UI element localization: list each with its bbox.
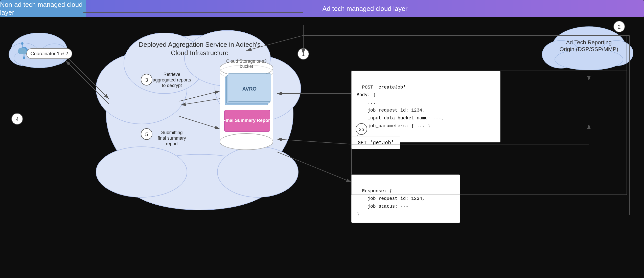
svg-point-11 bbox=[555, 49, 623, 70]
svg-point-5 bbox=[21, 47, 27, 52]
diagram-svg: 1 2 2b 3 4 5 Coordinator 1 & 2 Deployed … bbox=[0, 0, 644, 278]
svg-text:Submitting: Submitting bbox=[161, 130, 182, 135]
svg-rect-61 bbox=[27, 49, 72, 59]
svg-rect-26 bbox=[228, 74, 271, 101]
ad-label: Ad tech managed cloud layer bbox=[323, 5, 408, 13]
svg-point-22 bbox=[220, 134, 273, 150]
svg-text:Retrieve: Retrieve bbox=[163, 72, 180, 77]
adtech-cloud bbox=[542, 27, 633, 70]
response-content: Response: { job_request_id: 1234, job_st… bbox=[357, 188, 425, 217]
header-container: Non-ad tech managed cloud layer Ad tech … bbox=[0, 0, 644, 17]
svg-rect-20 bbox=[220, 68, 273, 142]
svg-point-19 bbox=[217, 147, 298, 197]
svg-line-39 bbox=[277, 139, 351, 144]
svg-point-10 bbox=[600, 40, 633, 66]
svg-point-14 bbox=[215, 56, 301, 121]
svg-point-64 bbox=[18, 50, 22, 54]
svg-text:Deployed Aggregation Service i: Deployed Aggregation Service in Adtech's bbox=[139, 41, 261, 48]
svg-text:AVRO: AVRO bbox=[242, 86, 257, 92]
svg-line-38 bbox=[179, 116, 220, 129]
get-job-box: GET 'getJob' bbox=[351, 137, 400, 149]
svg-point-9 bbox=[542, 40, 580, 68]
svg-line-34 bbox=[179, 91, 220, 101]
svg-line-28 bbox=[246, 35, 303, 51]
svg-text:report: report bbox=[166, 141, 178, 146]
svg-text:1: 1 bbox=[302, 51, 305, 57]
svg-point-63 bbox=[18, 48, 26, 54]
svg-point-65 bbox=[22, 50, 27, 54]
svg-point-55 bbox=[141, 74, 152, 85]
svg-text:Coordinator 1 & 2: Coordinator 1 & 2 bbox=[31, 51, 68, 56]
svg-text:Ad Tech Reporting: Ad Tech Reporting bbox=[566, 39, 612, 46]
svg-line-35 bbox=[181, 99, 220, 105]
svg-rect-25 bbox=[226, 75, 269, 103]
post-code-content: POST 'createJob' Body: { .... job_reques… bbox=[357, 85, 444, 136]
svg-point-23 bbox=[220, 65, 273, 79]
svg-point-18 bbox=[96, 147, 187, 197]
svg-point-51 bbox=[614, 21, 625, 32]
post-create-job-box: POST 'createJob' Body: { .... job_reques… bbox=[351, 71, 500, 142]
svg-text:Origin (DSP/SSP/MMP): Origin (DSP/SSP/MMP) bbox=[560, 46, 618, 52]
svg-line-36 bbox=[68, 58, 109, 99]
svg-text:final summary: final summary bbox=[158, 136, 186, 141]
svg-rect-27 bbox=[224, 110, 270, 132]
svg-text:3: 3 bbox=[145, 77, 148, 83]
svg-text:aggregated reports: aggregated reports bbox=[153, 77, 191, 82]
svg-point-49 bbox=[298, 48, 309, 59]
svg-rect-24 bbox=[225, 77, 268, 105]
svg-rect-66 bbox=[20, 52, 25, 54]
response-box: Response: { job_request_id: 1234, job_st… bbox=[351, 175, 460, 223]
svg-point-17 bbox=[126, 154, 273, 210]
get-job-content: GET 'getJob' bbox=[358, 140, 394, 146]
svg-text:5: 5 bbox=[145, 132, 148, 137]
svg-point-4 bbox=[20, 47, 28, 54]
svg-text:4: 4 bbox=[16, 116, 18, 122]
svg-point-8 bbox=[552, 27, 626, 67]
svg-text:to decrypt: to decrypt bbox=[162, 83, 182, 88]
svg-line-42 bbox=[277, 152, 351, 182]
svg-text:Cloud Infrastructure: Cloud Infrastructure bbox=[171, 49, 228, 57]
coordinator-cloud bbox=[9, 33, 68, 68]
svg-text:Cloud Storage or s3: Cloud Storage or s3 bbox=[226, 59, 267, 64]
svg-point-21 bbox=[220, 60, 273, 76]
svg-text:2: 2 bbox=[618, 24, 620, 30]
svg-point-16 bbox=[185, 30, 270, 86]
svg-point-1 bbox=[9, 43, 39, 66]
svg-point-3 bbox=[14, 49, 64, 68]
svg-text:bucket: bucket bbox=[240, 64, 253, 69]
svg-point-59 bbox=[141, 129, 152, 140]
svg-point-68 bbox=[21, 42, 24, 45]
svg-point-7 bbox=[23, 56, 25, 59]
ad-header: Ad tech managed cloud layer bbox=[86, 0, 644, 17]
svg-point-15 bbox=[124, 33, 205, 94]
svg-point-2 bbox=[40, 44, 68, 65]
svg-text:Final Summary Report: Final Summary Report bbox=[223, 118, 271, 123]
svg-point-0 bbox=[11, 33, 67, 66]
worker-text: Aggregation Worker (TEE instance) bbox=[119, 106, 169, 122]
non-ad-label: Non-ad tech managed cloud layer bbox=[0, 1, 86, 16]
svg-line-37 bbox=[66, 61, 109, 104]
non-ad-header: Non-ad tech managed cloud layer bbox=[0, 0, 86, 17]
worker-box: Aggregation Worker (TEE instance) bbox=[109, 99, 179, 129]
svg-point-57 bbox=[12, 113, 23, 124]
